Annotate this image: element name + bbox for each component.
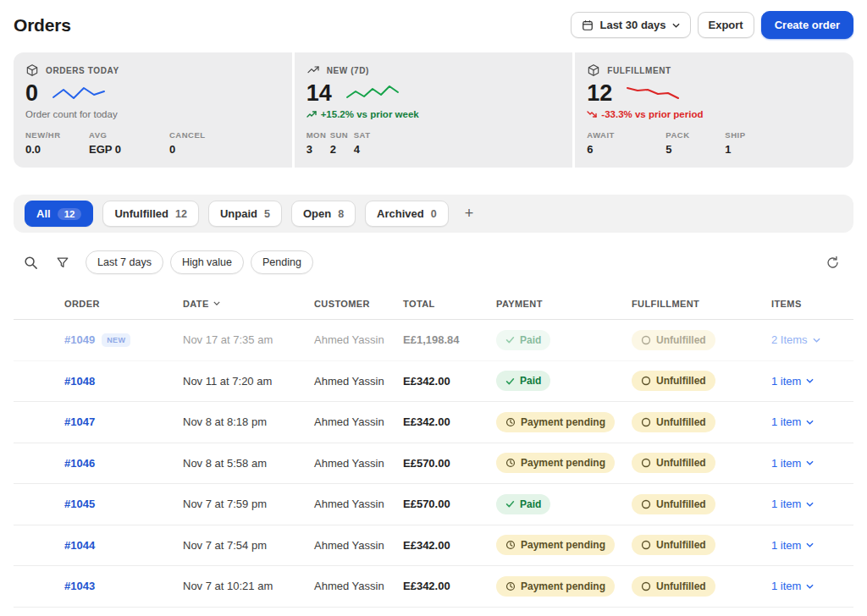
search-button[interactable]	[22, 254, 40, 272]
mini-trend-down-icon	[587, 110, 597, 118]
stat-metric: SHIP 1	[725, 130, 745, 156]
table-row[interactable]: #1043 Nov 7 at 10:21 am Ahmed Yassin E£3…	[14, 566, 853, 608]
table-row[interactable]: #1048 Nov 11 at 7:20 am Ahmed Yassin E£3…	[14, 361, 853, 403]
column-order[interactable]: ORDER	[64, 299, 183, 309]
filter-chips: Last 7 days High value Pending	[86, 250, 313, 274]
open-circle-icon	[641, 581, 651, 591]
tab-label: Open	[303, 207, 331, 220]
tab-count-badge: 8	[338, 208, 344, 220]
stat-subtitle: Order count for today	[25, 109, 280, 119]
date-range-button[interactable]: Last 30 days	[571, 12, 690, 38]
payment-status-badge: Payment pending	[496, 453, 615, 473]
order-link[interactable]: #1049	[64, 333, 95, 346]
order-date: Nov 7 at 10:21 am	[183, 580, 314, 592]
column-date[interactable]: DATE	[183, 299, 314, 309]
chevron-down-icon	[806, 542, 814, 547]
order-link[interactable]: #1048	[64, 375, 95, 388]
items-dropdown[interactable]: 1 item	[771, 375, 814, 388]
order-total: E£342.00	[403, 580, 496, 592]
stat-metric: MON 3	[306, 130, 330, 156]
orders-page: Orders Last 30 days Export Create order	[0, 0, 867, 608]
open-circle-icon	[641, 376, 651, 386]
payment-status-badge: Paid	[496, 494, 550, 514]
tab-count-badge: 12	[58, 208, 82, 220]
stat-metric: PACK 5	[665, 130, 725, 156]
topbar: Orders Last 30 days Export Create order	[14, 0, 853, 47]
orders-table: ORDER DATE CUSTOMER TOTAL PAYMENT FULFIL…	[14, 288, 853, 608]
customer-name: Ahmed Yassin	[314, 375, 403, 388]
tab-count-badge: 0	[431, 208, 437, 220]
clock-icon	[505, 581, 516, 591]
items-dropdown[interactable]: 1 item	[771, 498, 814, 510]
filter-chip-pending[interactable]: Pending	[251, 250, 313, 274]
tab-archived[interactable]: Archived 0	[365, 201, 449, 227]
order-link[interactable]: #1047	[64, 415, 95, 428]
filter-button[interactable]	[54, 254, 71, 271]
items-dropdown[interactable]: 1 item	[771, 539, 814, 552]
clock-icon	[505, 458, 516, 468]
sparkline-green	[345, 82, 400, 104]
tab-open[interactable]: Open 8	[291, 201, 356, 227]
open-circle-icon	[641, 499, 651, 509]
stat-subtitle: -33.3% vs prior period	[601, 109, 703, 119]
customer-name: Ahmed Yassin	[314, 539, 403, 552]
sparkline-blue	[52, 82, 106, 104]
customer-name: Ahmed Yassin	[314, 498, 403, 510]
items-dropdown[interactable]: 1 item	[771, 580, 814, 592]
tab-label: Unfulfilled	[114, 207, 168, 220]
check-icon	[505, 499, 515, 509]
stat-metric: SAT 4	[354, 130, 371, 156]
order-link[interactable]: #1045	[64, 498, 95, 510]
date-range-label: Last 30 days	[599, 19, 665, 31]
column-fulfillment[interactable]: FULFILLMENT	[632, 299, 771, 309]
new-badge: NEW	[102, 333, 130, 347]
order-total: E£342.00	[403, 375, 496, 388]
chevron-down-icon	[806, 584, 814, 589]
customer-name: Ahmed Yassin	[314, 415, 403, 428]
payment-status-badge: Payment pending	[496, 576, 615, 597]
tab-unfulfilled[interactable]: Unfulfilled 12	[102, 201, 198, 227]
table-row[interactable]: #1044 Nov 7 at 7:54 pm Ahmed Yassin E£34…	[14, 525, 853, 567]
trend-up-icon	[306, 63, 320, 77]
fulfillment-status-badge: Unfulfilled	[632, 535, 715, 555]
tab-label: All	[36, 207, 51, 220]
column-payment[interactable]: PAYMENT	[496, 299, 632, 309]
clock-icon	[505, 540, 516, 550]
customer-name: Ahmed Yassin	[314, 333, 403, 346]
stats-cards: ORDERS TODAY 0 Order count for today NEW…	[14, 52, 853, 168]
customer-name: Ahmed Yassin	[314, 580, 403, 592]
items-dropdown[interactable]: 1 item	[771, 457, 814, 470]
items-dropdown[interactable]: 1 item	[771, 415, 814, 428]
fulfillment-status-badge: Unfulfilled	[632, 330, 715, 350]
tab-unpaid[interactable]: Unpaid 5	[208, 201, 282, 227]
create-order-button[interactable]: Create order	[761, 11, 853, 39]
table-row[interactable]: #1045 Nov 7 at 7:59 pm Ahmed Yassin E£57…	[14, 484, 853, 525]
stat-metric: NEW/HR 0.0	[25, 130, 89, 156]
column-total[interactable]: TOTAL	[403, 299, 496, 309]
filter-bar: Last 7 days High value Pending	[14, 244, 853, 284]
check-icon	[505, 377, 515, 386]
table-row[interactable]: #1046 Nov 8 at 5:58 am Ahmed Yassin E£57…	[14, 443, 853, 485]
stat-subtitle: +15.2% vs prior week	[321, 109, 419, 119]
order-link[interactable]: #1043	[64, 580, 95, 592]
column-items[interactable]: ITEMS	[771, 299, 853, 309]
tab-all[interactable]: All 12	[25, 201, 93, 227]
tab-label: Unpaid	[220, 207, 257, 220]
filter-chip-last-7-days[interactable]: Last 7 days	[86, 250, 163, 274]
refresh-button[interactable]	[824, 254, 842, 272]
mini-trend-up-icon	[306, 110, 317, 118]
items-dropdown[interactable]: 2 Items	[771, 333, 820, 346]
check-icon	[505, 335, 515, 344]
stat-label: FULFILLMENT	[607, 66, 671, 75]
export-button[interactable]: Export	[698, 12, 754, 38]
table-row[interactable]: #1047 Nov 8 at 8:18 pm Ahmed Yassin E£34…	[14, 402, 853, 443]
order-link[interactable]: #1044	[64, 539, 95, 552]
order-link[interactable]: #1046	[64, 457, 95, 470]
table-row[interactable]: #1049 NEW Nov 17 at 7:35 am Ahmed Yassin…	[14, 320, 853, 361]
open-circle-icon	[641, 458, 651, 468]
add-view-button[interactable]: +	[458, 203, 481, 224]
filter-chip-high-value[interactable]: High value	[170, 250, 244, 274]
chevron-down-icon	[813, 338, 820, 343]
refresh-icon	[826, 256, 840, 270]
column-customer[interactable]: CUSTOMER	[314, 299, 403, 309]
